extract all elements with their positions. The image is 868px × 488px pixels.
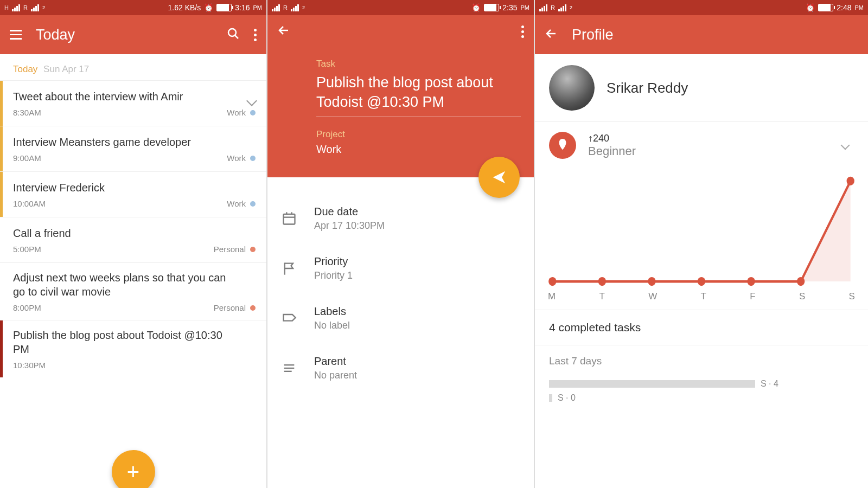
flag-icon — [282, 261, 298, 276]
detail-row-parent[interactable]: Parent No parent — [267, 343, 534, 393]
section-label: Today — [13, 64, 37, 74]
task-row[interactable]: Adjust next two weeks plans so that you … — [0, 262, 266, 320]
detail-key: Labels — [314, 305, 350, 318]
add-task-fab[interactable]: + — [112, 450, 155, 488]
network-sub: 2 — [570, 5, 572, 10]
signal-icon — [558, 4, 566, 11]
clock-ampm: PM — [521, 4, 530, 11]
karma-badge-icon — [549, 132, 576, 159]
project-dot-icon — [250, 305, 256, 311]
profile-name: Srikar Reddy — [607, 80, 688, 97]
karma-row[interactable]: ↑240 Beginner — [535, 122, 868, 164]
network-indicator: H — [4, 4, 9, 11]
clock-ampm: PM — [253, 4, 263, 11]
project-value[interactable]: Work — [316, 143, 521, 156]
overflow-menu-icon[interactable] — [254, 28, 257, 41]
task-row[interactable]: Call a friend5:00PMPersonal — [0, 217, 266, 262]
signal-icon — [12, 4, 20, 11]
back-icon[interactable] — [277, 24, 290, 39]
tag-icon — [282, 311, 298, 326]
clock-time: 3:16 — [235, 3, 250, 12]
task-label: Task — [316, 48, 521, 69]
task-row[interactable]: Publish the blog post about Todoist @10:… — [0, 320, 266, 377]
task-title: Publish the blog post about Todoist @10:… — [13, 328, 256, 356]
project-dot-icon — [250, 247, 256, 252]
task-title: Interview Meansters game developer — [13, 135, 256, 149]
karma-points: ↑240 — [588, 133, 636, 144]
overflow-menu-icon[interactable] — [521, 25, 524, 38]
task-time: 8:30AM — [13, 108, 41, 117]
search-icon[interactable] — [227, 27, 240, 42]
detail-value: Apr 17 10:30PM — [314, 220, 385, 232]
network-indicator: R — [23, 4, 28, 11]
page-title: Profile — [572, 27, 858, 43]
detail-value: Priority 1 — [314, 270, 353, 281]
task-title-input[interactable]: Publish the blog post about Todoist @10:… — [316, 73, 521, 117]
detail-key: Parent — [314, 355, 357, 368]
signal-icon — [31, 4, 39, 11]
task-time: 5:00PM — [13, 245, 41, 254]
axis-tick: M — [548, 291, 556, 302]
task-title: Call a friend — [13, 226, 256, 240]
hist-row: S · 4 — [535, 377, 868, 391]
svg-rect-3 — [284, 214, 295, 224]
detail-row-due-date[interactable]: Due date Apr 17 10:30PM — [267, 194, 534, 243]
karma-level: Beginner — [588, 144, 636, 158]
detail-key: Due date — [314, 206, 385, 218]
alarm-icon: ⏰ — [806, 3, 815, 12]
task-row[interactable]: Interview Meansters game developer9:00AM… — [0, 126, 266, 171]
task-row[interactable]: Interview Frederick10:00AMWork — [0, 171, 266, 217]
signal-icon — [539, 4, 547, 11]
chevron-down-icon — [841, 141, 850, 150]
submit-fab[interactable] — [478, 157, 520, 198]
status-bar: H R 2 1.62 KB/s ⏰ 3:16 PM — [0, 0, 266, 15]
detail-value: No parent — [314, 370, 357, 381]
detail-row-labels[interactable]: Labels No label — [267, 293, 534, 343]
screen-task-detail: R 2 ⏰ 2:35 PM Task Publish the blog post… — [267, 0, 535, 488]
back-icon[interactable] — [545, 27, 558, 42]
screen-today: H R 2 1.62 KB/s ⏰ 3:16 PM Today Today Su… — [0, 0, 267, 488]
detail-row-priority[interactable]: Priority Priority 1 — [267, 243, 534, 293]
svg-point-18 — [847, 177, 854, 185]
app-bar: Today — [0, 15, 266, 54]
svg-point-17 — [797, 277, 805, 286]
avatar[interactable] — [549, 65, 595, 111]
task-time: 10:00AM — [13, 199, 46, 208]
axis-tick: S — [849, 291, 855, 302]
status-bar: R 2 ⏰ 2:35 PM — [267, 0, 534, 15]
section-date: Sun Apr 17 — [43, 64, 89, 74]
app-bar — [267, 15, 534, 48]
priority-bar — [0, 320, 3, 377]
detail-key: Priority — [314, 255, 353, 268]
signal-icon — [272, 4, 280, 11]
axis-tick: T — [599, 291, 604, 302]
task-time: 8:00PM — [13, 303, 41, 312]
hist-label: S · 4 — [761, 379, 778, 389]
task-project: Work — [227, 153, 256, 163]
battery-icon — [818, 4, 833, 11]
completed-tasks[interactable]: 4 completed tasks — [535, 310, 868, 345]
hist-bar — [549, 394, 552, 402]
hist-row: S · 0 — [535, 391, 868, 405]
task-row[interactable]: Tweet about the interview with Amir8:30A… — [0, 80, 266, 126]
network-sub: 2 — [302, 5, 305, 10]
battery-icon — [216, 4, 232, 11]
task-time: 9:00AM — [13, 153, 41, 163]
task-project: Personal — [214, 303, 256, 312]
hamburger-icon[interactable] — [10, 28, 22, 41]
project-dot-icon — [250, 201, 256, 207]
hist-label: S · 0 — [558, 393, 576, 403]
project-label: Project — [316, 117, 521, 140]
network-sub: 2 — [42, 5, 45, 10]
network-indicator: R — [283, 4, 288, 11]
task-time: 10:30PM — [13, 361, 46, 370]
list-section-header: Today Sun Apr 17 — [0, 54, 266, 80]
alarm-icon: ⏰ — [204, 3, 213, 12]
network-indicator: R — [551, 4, 555, 11]
task-title: Adjust next two weeks plans so that you … — [13, 271, 256, 299]
axis-tick: W — [648, 291, 657, 302]
svg-point-14 — [648, 277, 655, 286]
clock-time: 2:48 — [837, 3, 851, 12]
alarm-icon: ⏰ — [471, 3, 481, 12]
svg-point-16 — [747, 277, 755, 286]
